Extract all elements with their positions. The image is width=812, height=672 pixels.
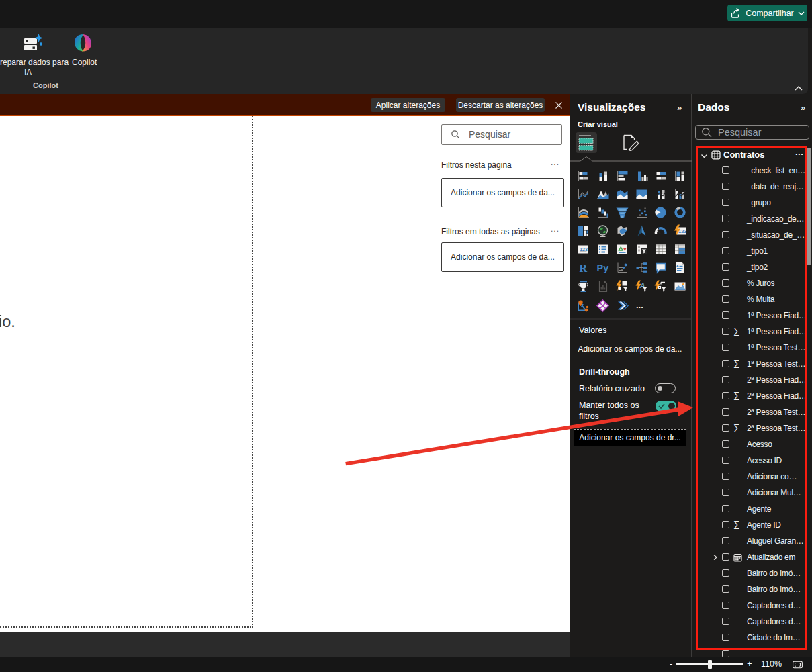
svg-text:123: 123 bbox=[580, 246, 588, 251]
svg-text:Py: Py bbox=[596, 262, 608, 273]
svg-text:...: ... bbox=[636, 300, 643, 310]
svg-text:R: R bbox=[580, 262, 588, 273]
